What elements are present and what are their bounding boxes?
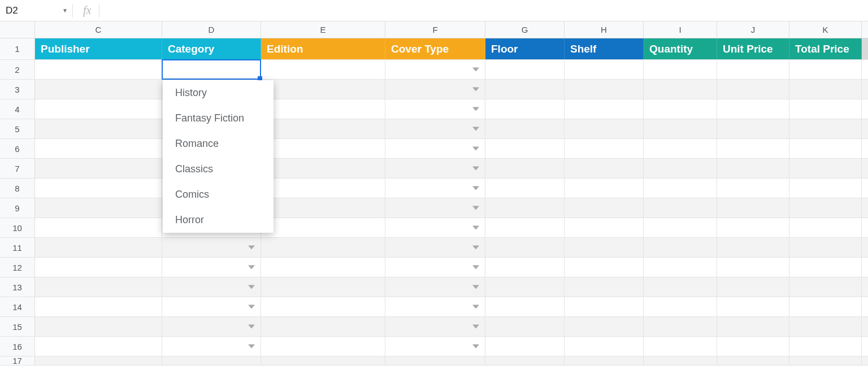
- dropdown-caret-icon[interactable]: [472, 266, 479, 269]
- cell-C17[interactable]: [35, 356, 162, 365]
- cell-F14[interactable]: [385, 297, 485, 316]
- row-header-17[interactable]: 17: [0, 356, 35, 365]
- cell-E6[interactable]: [261, 139, 385, 158]
- row-header-12[interactable]: 12: [0, 258, 35, 277]
- cell-C5[interactable]: [35, 119, 162, 138]
- dropdown-option[interactable]: Comics: [163, 182, 274, 207]
- cell-H12[interactable]: [565, 258, 644, 277]
- name-box-dropdown-icon[interactable]: ▼: [62, 7, 68, 14]
- row-header-6[interactable]: 6: [0, 139, 35, 158]
- dropdown-option[interactable]: Fantasy Fiction: [163, 106, 274, 131]
- cell-C15[interactable]: [35, 317, 162, 336]
- cell-E11[interactable]: [261, 238, 385, 257]
- cell-K3[interactable]: [789, 80, 862, 99]
- cell-J2[interactable]: [717, 60, 789, 79]
- dropdown-caret-icon[interactable]: [472, 226, 479, 230]
- col-header-C[interactable]: C: [35, 21, 162, 38]
- cell-K6[interactable]: [789, 139, 862, 158]
- cell-K17[interactable]: [789, 356, 862, 365]
- cell-F17[interactable]: [385, 356, 485, 365]
- cell-I3[interactable]: [644, 80, 717, 99]
- row-header-9[interactable]: 9: [0, 198, 35, 218]
- cell-I14[interactable]: [644, 297, 717, 316]
- cell-F5[interactable]: [385, 119, 485, 138]
- cell-I17[interactable]: [644, 356, 717, 365]
- cell-E10[interactable]: [261, 218, 385, 237]
- cell-H14[interactable]: [565, 297, 644, 316]
- cell-H10[interactable]: [565, 218, 644, 237]
- cell-C14[interactable]: [35, 297, 162, 316]
- cell-D11[interactable]: [162, 238, 261, 257]
- cell-H8[interactable]: [565, 179, 644, 198]
- cell-F9[interactable]: [385, 198, 485, 218]
- cell-H11[interactable]: [565, 238, 644, 257]
- cell-I8[interactable]: [644, 179, 717, 198]
- cell-C13[interactable]: [35, 277, 162, 297]
- dropdown-caret-icon[interactable]: [248, 305, 255, 309]
- cell-J8[interactable]: [717, 179, 789, 198]
- cell-G11[interactable]: [485, 238, 565, 257]
- dropdown-caret-icon[interactable]: [248, 266, 255, 269]
- name-box[interactable]: D2 ▼: [0, 0, 72, 21]
- cell-D16[interactable]: [162, 337, 261, 356]
- cell-E7[interactable]: [261, 159, 385, 178]
- cell-E13[interactable]: [261, 277, 385, 297]
- cell-F15[interactable]: [385, 317, 485, 336]
- row-header-8[interactable]: 8: [0, 179, 35, 198]
- cell-D12[interactable]: [162, 258, 261, 277]
- cell-H4[interactable]: [565, 99, 644, 119]
- cell-E3[interactable]: [261, 80, 385, 99]
- cell-K7[interactable]: [789, 159, 862, 178]
- cell-J16[interactable]: [717, 337, 789, 356]
- cell-D2[interactable]: [162, 60, 261, 79]
- dropdown-caret-icon[interactable]: [472, 107, 479, 111]
- cell-G13[interactable]: [485, 277, 565, 297]
- cell-J11[interactable]: [717, 238, 789, 257]
- cell-F11[interactable]: [385, 238, 485, 257]
- row-header-1[interactable]: 1: [0, 38, 35, 59]
- cell-C10[interactable]: [35, 218, 162, 237]
- cell-D15[interactable]: [162, 317, 261, 336]
- cell-F3[interactable]: [385, 80, 485, 99]
- col-header-I[interactable]: I: [644, 21, 717, 38]
- cell-K15[interactable]: [789, 317, 862, 336]
- cell-D14[interactable]: [162, 297, 261, 316]
- row-header-14[interactable]: 14: [0, 297, 35, 316]
- cell-G10[interactable]: [485, 218, 565, 237]
- cell-G7[interactable]: [485, 159, 565, 178]
- cell-F13[interactable]: [385, 277, 485, 297]
- cell-D13[interactable]: [162, 277, 261, 297]
- cell-G16[interactable]: [485, 337, 565, 356]
- cell-K4[interactable]: [789, 99, 862, 119]
- cell-G2[interactable]: [485, 60, 565, 79]
- cell-E4[interactable]: [261, 99, 385, 119]
- dropdown-caret-icon[interactable]: [248, 285, 255, 289]
- cell-F6[interactable]: [385, 139, 485, 158]
- cell-F16[interactable]: [385, 337, 485, 356]
- cell-E14[interactable]: [261, 297, 385, 316]
- cell-I15[interactable]: [644, 317, 717, 336]
- cell-K13[interactable]: [789, 277, 862, 297]
- cell-C16[interactable]: [35, 337, 162, 356]
- dropdown-caret-icon[interactable]: [472, 285, 479, 289]
- dropdown-caret-icon[interactable]: [472, 345, 479, 349]
- cell-E17[interactable]: [261, 356, 385, 365]
- cell-C7[interactable]: [35, 159, 162, 178]
- cell-H7[interactable]: [565, 159, 644, 178]
- cell-J10[interactable]: [717, 218, 789, 237]
- cell-I12[interactable]: [644, 258, 717, 277]
- cell-K8[interactable]: [789, 179, 862, 198]
- cell-J12[interactable]: [717, 258, 789, 277]
- cell-C4[interactable]: [35, 99, 162, 119]
- cell-K2[interactable]: [789, 60, 862, 79]
- formula-input[interactable]: [99, 0, 868, 21]
- row-header-11[interactable]: 11: [0, 238, 35, 257]
- row-header-4[interactable]: 4: [0, 99, 35, 119]
- cell-K16[interactable]: [789, 337, 862, 356]
- row-header-7[interactable]: 7: [0, 159, 35, 178]
- cell-G8[interactable]: [485, 179, 565, 198]
- cell-H5[interactable]: [565, 119, 644, 138]
- cell-H6[interactable]: [565, 139, 644, 158]
- cell-J15[interactable]: [717, 317, 789, 336]
- category-dropdown[interactable]: History Fantasy Fiction Romance Classics…: [163, 80, 274, 233]
